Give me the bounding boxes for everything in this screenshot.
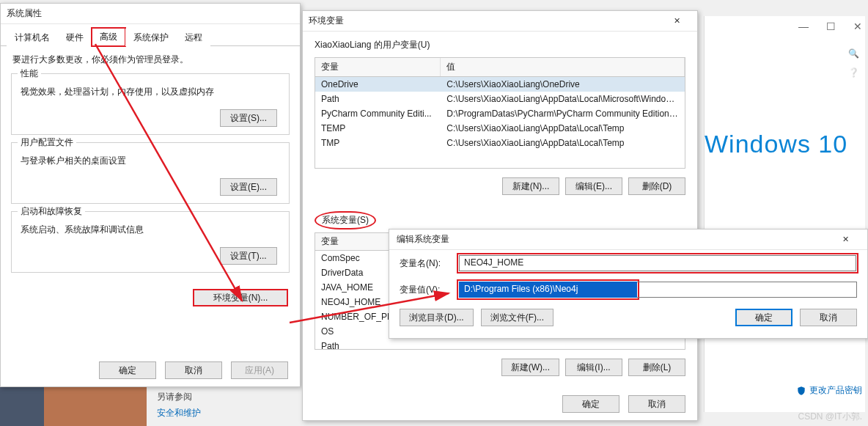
minimize-icon[interactable]: —: [798, 21, 809, 32]
startup-group: 启动和故障恢复 系统启动、系统故障和调试信息 设置(T)...: [11, 211, 290, 273]
change-product-key-link[interactable]: 更改产品密钥: [796, 384, 862, 397]
sys-edit-button[interactable]: 编辑(I)...: [565, 359, 622, 376]
editvar-cancel-button[interactable]: 取消: [800, 309, 857, 326]
editvar-close-icon[interactable]: [831, 231, 860, 249]
tab-advanced[interactable]: 高级: [92, 28, 125, 46]
user-var-name: PyCharm Community Editi...: [315, 106, 441, 121]
user-delete-button[interactable]: 删除(D): [628, 177, 685, 195]
user-new-button[interactable]: 新建(N)...: [502, 177, 559, 195]
envvars-cancel-button[interactable]: 取消: [628, 395, 685, 413]
user-vars-table[interactable]: 变量 值 OneDriveC:\Users\XiaoXiaoLiang\OneD…: [315, 57, 685, 169]
sysprops-titlebar[interactable]: 系统属性: [1, 4, 300, 24]
edit-system-variable-dialog: 编辑系统变量 变量名(N): NEO4J_HOME 变量值(V): D:\Pro…: [389, 229, 868, 339]
userprofile-caption: 用户配置文件: [18, 136, 76, 149]
userprofile-settings-button[interactable]: 设置(E)...: [220, 178, 277, 196]
performance-caption: 性能: [18, 67, 41, 80]
userprofile-group: 用户配置文件 与登录帐户相关的桌面设置 设置(E)...: [11, 142, 290, 204]
see-also-label: 另请参阅: [157, 389, 201, 405]
user-var-value: D:\ProgramDatas\PyCharm\PyCharm Communit…: [441, 106, 685, 121]
startup-caption: 启动和故障恢复: [18, 205, 85, 218]
envvars-ok-button[interactable]: 确定: [562, 395, 619, 413]
performance-group: 性能 视觉效果，处理器计划，内存使用，以及虚拟内存 设置(S)...: [11, 73, 290, 135]
sys-new-button[interactable]: 新建(W)...: [501, 359, 559, 376]
var-value-input[interactable]: D:\Program Files (x86)\Neo4j: [459, 282, 637, 298]
sys-var-name: Path: [315, 339, 685, 350]
startup-settings-button[interactable]: 设置(T)...: [220, 247, 277, 265]
editvar-titlebar[interactable]: 编辑系统变量: [389, 229, 867, 250]
help-icon[interactable]: ❔: [848, 67, 859, 78]
user-var-value: C:\Users\XiaoXiaoLiang\OneDrive: [441, 77, 685, 92]
var-value-input-rest[interactable]: [637, 282, 857, 298]
browse-dir-button[interactable]: 浏览目录(D)...: [400, 309, 474, 326]
var-value-label: 变量值(V):: [400, 284, 458, 296]
sysprops-apply-button[interactable]: 应用(A): [231, 361, 288, 379]
user-edit-button[interactable]: 编辑(E)...: [565, 177, 622, 195]
system-vars-label: 系统变量(S): [315, 211, 376, 229]
user-var-row[interactable]: PathC:\Users\XiaoXiaoLiang\AppData\Local…: [315, 92, 685, 106]
user-var-name: Path: [315, 92, 441, 106]
envvars-close-icon[interactable]: [662, 12, 691, 30]
var-name-label: 变量名(N):: [400, 257, 458, 270]
sys-delete-button[interactable]: 删除(L): [628, 359, 685, 376]
user-var-row[interactable]: TEMPC:\Users\XiaoXiaoLiang\AppData\Local…: [315, 121, 685, 136]
windows-logo-text: Windows 10: [705, 130, 847, 158]
see-also-section: 另请参阅 安全和维护: [157, 389, 201, 421]
var-name-input[interactable]: NEO4J_HOME: [459, 255, 856, 271]
user-col-value[interactable]: 值: [441, 58, 685, 76]
tab-hardware[interactable]: 硬件: [58, 29, 92, 46]
security-maintenance-link[interactable]: 安全和维护: [157, 405, 201, 421]
env-variables-button[interactable]: 环境变量(N)...: [193, 289, 288, 306]
sysprops-ok-button[interactable]: 确定: [99, 361, 156, 379]
user-var-name: OneDrive: [315, 77, 441, 92]
user-var-value: C:\Users\XiaoXiaoLiang\AppData\Local\Mic…: [441, 92, 685, 106]
user-vars-label: XiaoXiaoLiang 的用户变量(U): [303, 32, 697, 54]
performance-desc: 视觉效果，处理器计划，内存使用，以及虚拟内存: [21, 86, 280, 98]
user-col-name[interactable]: 变量: [315, 58, 441, 76]
background-settings-panel: — ☐ ✕ 🔍 ❔ Windows 10 🛡 更改设置 更改产品密钥: [704, 16, 865, 412]
userprofile-desc: 与登录帐户相关的桌面设置: [21, 155, 280, 167]
envvars-titlebar[interactable]: 环境变量: [303, 11, 697, 32]
maximize-icon[interactable]: ☐: [826, 21, 836, 32]
user-var-name: TEMP: [315, 121, 441, 136]
performance-settings-button[interactable]: 设置(S)...: [220, 109, 277, 127]
csdn-watermark: CSDN @IT小郭.: [798, 411, 862, 423]
user-var-row[interactable]: PyCharm Community Editi...D:\ProgramData…: [315, 106, 685, 121]
user-var-row[interactable]: TMPC:\Users\XiaoXiaoLiang\AppData\Local\…: [315, 136, 685, 150]
admin-note: 要进行大多数更改，你必须作为管理员登录。: [1, 46, 300, 66]
system-properties-window: 系统属性 计算机名 硬件 高级 系统保护 远程 要进行大多数更改，你必须作为管理…: [0, 3, 301, 387]
user-var-value: C:\Users\XiaoXiaoLiang\AppData\Local\Tem…: [441, 136, 685, 150]
editvar-ok-button[interactable]: 确定: [735, 309, 792, 326]
tab-systemprotection[interactable]: 系统保护: [125, 29, 177, 46]
tab-computername[interactable]: 计算机名: [7, 29, 58, 46]
envvars-title: 环境变量: [309, 15, 344, 27]
user-var-row[interactable]: OneDriveC:\Users\XiaoXiaoLiang\OneDrive: [315, 77, 685, 92]
editvar-title: 编辑系统变量: [397, 233, 449, 246]
sysprops-tabs: 计算机名 硬件 高级 系统保护 远程: [1, 29, 300, 46]
sys-var-row[interactable]: Path: [315, 339, 685, 350]
user-var-value: C:\Users\XiaoXiaoLiang\AppData\Local\Tem…: [441, 121, 685, 136]
env-variables-window: 环境变量 XiaoXiaoLiang 的用户变量(U) 变量 值 OneDriv…: [302, 10, 698, 421]
tab-remote[interactable]: 远程: [177, 29, 210, 46]
user-var-name: TMP: [315, 136, 441, 150]
close-icon[interactable]: ✕: [853, 21, 862, 32]
sysprops-cancel-button[interactable]: 取消: [165, 361, 222, 379]
search-icon[interactable]: 🔍: [848, 48, 859, 59]
browse-file-button[interactable]: 浏览文件(F)...: [481, 309, 553, 326]
sysprops-title: 系统属性: [7, 7, 42, 20]
startup-desc: 系统启动、系统故障和调试信息: [21, 224, 280, 236]
